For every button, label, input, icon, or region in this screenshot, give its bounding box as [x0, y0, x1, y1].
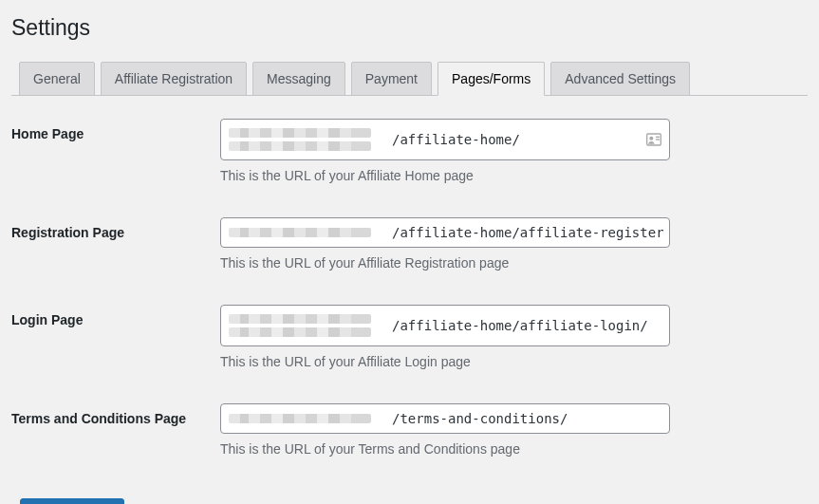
save-settings-button[interactable]: Save Settings	[20, 498, 124, 504]
home-page-input[interactable]	[386, 120, 669, 159]
home-page-help: This is the URL of your Affiliate Home p…	[220, 168, 670, 183]
login-page-label: Login Page	[11, 305, 220, 327]
terms-page-help: This is the URL of your Terms and Condit…	[220, 441, 670, 457]
tab-affiliate-registration[interactable]: Affiliate Registration	[101, 62, 247, 96]
tab-bar: General Affiliate Registration Messaging…	[11, 62, 808, 96]
registration-page-input-group	[220, 217, 670, 248]
terms-page-input-group	[220, 403, 670, 434]
home-page-url-prefix	[221, 120, 386, 159]
tab-pages-forms[interactable]: Pages/Forms	[437, 62, 545, 96]
home-page-label: Home Page	[11, 119, 220, 141]
terms-page-input[interactable]	[386, 404, 669, 433]
registration-page-label: Registration Page	[11, 217, 220, 240]
tab-payment[interactable]: Payment	[351, 62, 432, 96]
tab-general[interactable]: General	[19, 62, 95, 96]
login-page-help: This is the URL of your Affiliate Login …	[220, 354, 670, 369]
tab-messaging[interactable]: Messaging	[252, 62, 345, 96]
home-page-input-group	[220, 119, 670, 160]
registration-page-help: This is the URL of your Affiliate Regist…	[220, 255, 670, 271]
registration-page-input[interactable]	[386, 218, 669, 247]
contacts-icon[interactable]	[646, 133, 661, 146]
login-page-input-group	[220, 305, 670, 346]
svg-point-1	[649, 137, 653, 140]
registration-page-url-prefix	[221, 218, 386, 247]
login-page-url-prefix	[221, 306, 386, 345]
login-page-input[interactable]	[386, 306, 669, 345]
terms-page-url-prefix	[221, 404, 386, 433]
tab-advanced-settings[interactable]: Advanced Settings	[550, 62, 690, 96]
form-area: Home Page This is the URL of your Affili…	[11, 96, 808, 504]
page-title: Settings	[11, 15, 808, 41]
terms-page-label: Terms and Conditions Page	[11, 403, 220, 426]
